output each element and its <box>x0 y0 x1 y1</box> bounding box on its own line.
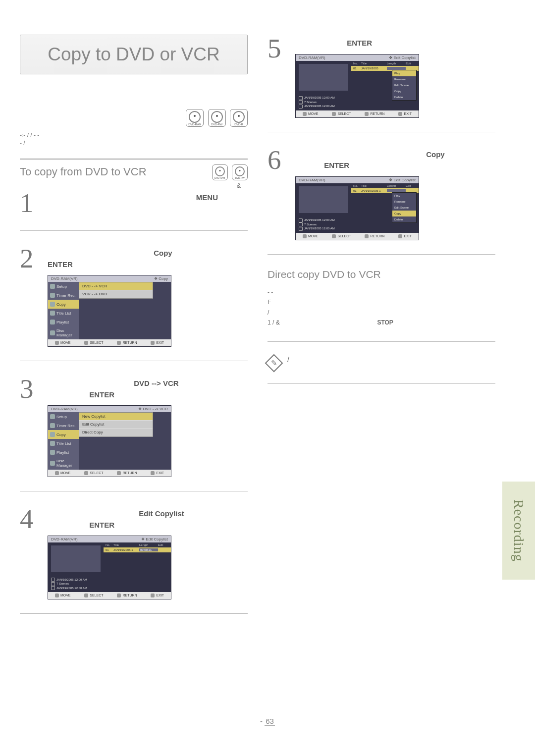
ctx-rename[interactable]: Rename <box>392 76 416 82</box>
note-text: / <box>287 356 289 364</box>
divider <box>268 254 495 255</box>
meta-line-2: - / <box>20 140 248 147</box>
submenu-item[interactable]: VCR - -> DVD <box>79 290 153 298</box>
playlist-icon <box>50 450 55 455</box>
hint-select: SELECT <box>84 471 103 475</box>
label-word: Copy <box>154 249 172 257</box>
sidebar-item-titlelist[interactable]: Title List <box>48 439 79 448</box>
ctx-delete[interactable]: Delete <box>392 94 416 100</box>
sidebar-item-timer[interactable]: Timer Rec. <box>48 291 79 300</box>
ctx-delete[interactable]: Delete <box>392 216 416 222</box>
osd-context: ❖ Edit Copylist <box>389 178 416 182</box>
note-row: / <box>268 356 495 370</box>
osd-step2: DVD-RAM(VR) ❖ Copy Setup Timer Rec. Copy… <box>48 275 171 347</box>
step-text: Copy ENTER <box>48 248 248 270</box>
osd-context: ❖ DVD - -> VCR <box>138 407 168 411</box>
hint-return: RETURN <box>117 341 137 345</box>
direct-copy-lines: - - F / 1 / & STOP <box>268 287 495 328</box>
clock-icon <box>50 423 55 428</box>
osd-sidebar: Setup Timer Rec. Copy Title List Playlis… <box>48 282 79 339</box>
step-number: 5 <box>268 35 286 118</box>
menu-keyword: MENU <box>196 193 218 202</box>
label-word: Edit Copylist <box>139 509 184 518</box>
amp-note: & <box>20 182 248 189</box>
osd-footer: MOVE SELECT RETURN EXIT <box>48 470 171 477</box>
osd-title: DVD-RAM(VR) <box>51 407 78 411</box>
hint-return: RETURN <box>117 471 137 475</box>
osd-footer: MOVE SELECT RETURN EXIT <box>296 110 419 117</box>
submenu-item[interactable]: New Copylist <box>79 413 153 421</box>
page-number: 63 <box>265 717 275 726</box>
context-menu: Play Rename Edit Scene Copy Delete <box>392 70 417 101</box>
osd-title: DVD-RAM(VR) <box>51 537 78 541</box>
copy-icon <box>50 432 55 437</box>
sidebar-item-titlelist[interactable]: Title List <box>48 309 79 318</box>
step-number: 6 <box>268 146 286 240</box>
clip-info: JAN/19/2005 12:00 AM 7 Scenes JAN/19/200… <box>299 96 348 108</box>
osd-step5: DVD-RAM(VR) ❖ Edit Copylist JAN/19/2005 … <box>295 54 419 118</box>
ctx-rename[interactable]: Rename <box>392 199 416 205</box>
playlist-icon <box>50 320 55 324</box>
osd-footer: MOVE SELECT RETURN EXIT <box>296 233 419 240</box>
hint-exit: EXIT <box>151 594 164 597</box>
page-title: Copy to DVD or VCR <box>20 35 248 74</box>
divider <box>20 613 248 614</box>
disc-dvd-rw-icon: DVD-RW <box>208 109 226 127</box>
section-heading: To copy from DVD to VCR <box>20 165 147 178</box>
sidebar-item-setup[interactable]: Setup <box>48 282 79 291</box>
osd-submenu: DVD - -> VCR VCR - -> DVD <box>79 282 153 299</box>
step-number: 4 <box>20 505 39 599</box>
enter-keyword: ENTER <box>324 161 349 169</box>
submenu-item[interactable]: Edit Copylist <box>79 421 153 429</box>
ctx-play[interactable]: Play <box>392 193 416 199</box>
enter-keyword: ENTER <box>89 521 114 529</box>
hint-exit: EXIT <box>398 234 412 238</box>
osd-step6: DVD-RAM(VR) ❖ Edit Copylist JAN/19/2005 … <box>295 176 419 240</box>
disc-dvd-ram-icon: DVD-RAM <box>212 164 228 180</box>
disc-icon <box>50 461 55 466</box>
disc-icon <box>50 330 55 335</box>
sidebar-item-copy[interactable]: Copy <box>48 300 79 309</box>
disc-dvd-rw-icon: DVD-RW <box>232 164 248 180</box>
hint-return: RETURN <box>117 594 137 597</box>
preview-thumbnail <box>299 64 348 91</box>
divider <box>268 132 495 132</box>
preview-thumbnail <box>51 545 101 572</box>
gear-icon <box>50 414 55 419</box>
list-icon <box>50 311 55 316</box>
submenu-item[interactable]: DVD - -> VCR <box>79 282 153 290</box>
hint-move: MOVE <box>55 341 71 345</box>
sidebar-item-playlist[interactable]: Playlist <box>48 448 79 457</box>
hint-move: MOVE <box>303 112 319 116</box>
osd-submenu: New Copylist Edit Copylist Direct Copy <box>79 412 153 437</box>
table-row[interactable]: 01JAN/19/2005 100:00:21 <box>104 547 171 552</box>
divider <box>20 361 248 361</box>
step-text: Copy ENTER <box>295 149 495 171</box>
divider <box>268 383 495 384</box>
step-text: DVD --> VCR ENTER <box>48 378 248 400</box>
ctx-play[interactable]: Play <box>392 70 416 76</box>
stop-keyword: STOP <box>377 319 393 326</box>
label-word: DVD --> VCR <box>134 379 178 387</box>
sidebar-item-copy[interactable]: Copy <box>48 430 79 439</box>
divider <box>268 341 495 342</box>
ctx-editscene[interactable]: Edit Scene <box>392 205 416 211</box>
page-footer: - 63 <box>0 717 535 725</box>
hint-exit: EXIT <box>151 471 164 475</box>
sidebar-item-playlist[interactable]: Playlist <box>48 318 79 326</box>
step-number: 3 <box>20 375 39 477</box>
sidebar-item-discmgr[interactable]: Disc Manager <box>48 457 79 470</box>
hint-select: SELECT <box>84 594 103 597</box>
sidebar-item-setup[interactable]: Setup <box>48 412 79 421</box>
hint-move: MOVE <box>55 471 71 475</box>
hint-move: MOVE <box>303 234 319 238</box>
submenu-item[interactable]: Direct Copy <box>79 429 153 436</box>
hint-return: RETURN <box>365 234 384 238</box>
ctx-copy[interactable]: Copy <box>392 211 416 216</box>
preview-thumbnail <box>299 186 348 213</box>
ctx-editscene[interactable]: Edit Scene <box>392 82 416 88</box>
sidebar-item-discmgr[interactable]: Disc Manager <box>48 326 79 339</box>
ctx-copy[interactable]: Copy <box>392 88 416 94</box>
hint-move: MOVE <box>55 594 71 597</box>
sidebar-item-timer[interactable]: Timer Rec. <box>48 421 79 430</box>
